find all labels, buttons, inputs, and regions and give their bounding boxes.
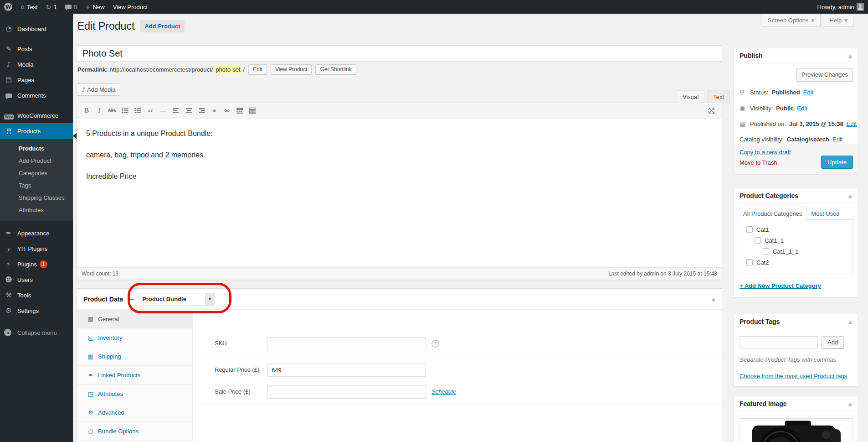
- update-button[interactable]: Update: [821, 156, 853, 169]
- new-content-link[interactable]: +New: [81, 0, 109, 14]
- strikethrough-button[interactable]: ABC: [106, 105, 118, 116]
- italic-button[interactable]: I: [93, 105, 105, 116]
- tag-input[interactable]: [740, 336, 818, 348]
- submenu-shipping-classes[interactable]: Shipping Classes: [0, 192, 73, 204]
- tab-all-categories[interactable]: All Product Categories: [739, 207, 806, 221]
- account-menu[interactable]: Howdy, admin: [813, 0, 868, 14]
- align-left-button[interactable]: [170, 105, 182, 116]
- fullscreen-button[interactable]: [705, 105, 717, 116]
- category-checkbox[interactable]: [746, 259, 753, 265]
- sidebar-item-appearance[interactable]: ✒Appearance: [0, 225, 73, 241]
- submenu-attributes[interactable]: Attributes: [0, 204, 73, 216]
- catalog-value: Catalog/search: [787, 136, 829, 143]
- sidebar-item-pages[interactable]: ▤Pages: [0, 72, 73, 88]
- edit-permalink-button[interactable]: Edit: [248, 64, 267, 74]
- numbered-list-button[interactable]: [132, 105, 144, 116]
- editor-status-bar: Word count: 13 Last edited by admin on 3…: [77, 267, 722, 280]
- admin-bar: W ⌂Test ↻1 0 +New View Product Howdy, ad…: [0, 0, 868, 14]
- remove-link-button[interactable]: ⚮: [221, 105, 233, 116]
- panel-toggle-icon[interactable]: ▲: [848, 53, 852, 59]
- category-checkbox[interactable]: [763, 248, 769, 255]
- sidebar-item-media[interactable]: ♪Media: [0, 57, 73, 72]
- product-title-input[interactable]: [77, 45, 722, 62]
- comments-link[interactable]: 0: [61, 0, 81, 14]
- tab-general[interactable]: ▦General: [77, 310, 192, 328]
- editor-content-area[interactable]: 5 Products in a unique Product Bundle: c…: [77, 119, 722, 205]
- choose-tags-link[interactable]: Choose from the most used Product tags: [740, 373, 847, 380]
- sidebar-item-woocommerce[interactable]: WooWooCommerce: [0, 108, 73, 123]
- edit-status-link[interactable]: Edit: [803, 89, 813, 96]
- align-right-button[interactable]: [195, 105, 207, 116]
- align-center-button[interactable]: [183, 105, 195, 116]
- wordpress-menu[interactable]: W: [0, 0, 16, 14]
- bold-button[interactable]: B: [81, 105, 92, 116]
- move-to-trash-link[interactable]: Move to Trash: [740, 159, 777, 166]
- submenu-products[interactable]: Products: [0, 142, 73, 155]
- insert-link-button[interactable]: ⚭: [208, 105, 220, 116]
- submenu-categories[interactable]: Categories: [0, 167, 73, 179]
- sidebar-item-products[interactable]: Products: [0, 123, 73, 139]
- sidebar-item-tools[interactable]: ⚒Tools: [0, 287, 73, 303]
- edit-catalog-link[interactable]: Edit: [832, 136, 842, 143]
- category-checkbox[interactable]: [746, 226, 753, 233]
- panel-toggle-icon[interactable]: ▲: [848, 319, 852, 325]
- panel-toggle-icon[interactable]: ▲: [712, 296, 715, 302]
- updates-link[interactable]: ↻1: [42, 0, 61, 14]
- edit-visibility-link[interactable]: Edit: [797, 105, 807, 112]
- permalink-slug[interactable]: photo-set: [215, 66, 241, 73]
- screen-options-button[interactable]: Screen Options▼: [762, 14, 821, 27]
- featured-image-thumbnail[interactable]: [740, 418, 853, 442]
- regular-price-input[interactable]: [267, 364, 426, 377]
- sku-input[interactable]: [267, 337, 426, 350]
- sidebar-item-dashboard[interactable]: ◔Dashboard: [0, 21, 73, 36]
- preview-changes-button[interactable]: Preview Changes: [796, 68, 853, 81]
- tab-bundle-options[interactable]: ○Bundle Options: [77, 422, 192, 441]
- tab-shipping[interactable]: ▥Shipping: [77, 347, 192, 366]
- panel-toggle-icon[interactable]: ▲: [848, 193, 852, 199]
- tab-text[interactable]: Text: [707, 90, 730, 103]
- add-new-category-link[interactable]: + Add New Product Category: [740, 282, 821, 289]
- product-type-select[interactable]: Product Bundle ▼: [138, 293, 215, 306]
- general-icon: ▦: [87, 316, 94, 322]
- sidebar-item-plugins[interactable]: ⚡Plugins1: [0, 256, 73, 272]
- tab-linked-products[interactable]: ⚭Linked Products: [77, 366, 192, 385]
- tab-attributes[interactable]: ◳Attributes: [77, 385, 192, 403]
- get-shortlink-button[interactable]: Get Shortlink: [315, 64, 356, 74]
- sidebar-item-posts[interactable]: ✎Posts: [0, 41, 73, 57]
- sidebar-item-yit-plugins[interactable]: yYIT Plugins: [0, 241, 73, 256]
- product-categories-box: Product Categories ▲ All Product Categor…: [734, 188, 858, 297]
- permalink-label: Permalink:: [77, 66, 108, 73]
- site-link[interactable]: ⌂Test: [16, 0, 42, 14]
- help-button[interactable]: Help▼: [824, 14, 854, 27]
- bullet-list-button[interactable]: [119, 105, 131, 116]
- view-product-button[interactable]: View Product: [271, 64, 312, 74]
- tab-inventory[interactable]: ◺Inventory: [77, 328, 192, 347]
- category-checkbox[interactable]: [755, 237, 761, 244]
- tab-visual[interactable]: Visual: [677, 90, 704, 103]
- sidebar-item-users[interactable]: ☻Users: [0, 272, 73, 287]
- collapse-menu-button[interactable]: ◂Collapse menu: [0, 325, 73, 340]
- tab-most-used[interactable]: Most Used: [806, 207, 844, 220]
- submenu-add-product[interactable]: Add Product: [0, 155, 73, 167]
- submenu-tags[interactable]: Tags: [0, 179, 73, 192]
- schedule-link[interactable]: Schedule: [431, 388, 456, 395]
- panel-toggle-icon[interactable]: ▲: [848, 401, 852, 407]
- edit-published-link[interactable]: Edit: [847, 120, 857, 127]
- sidebar-item-settings[interactable]: ⚙Settings: [0, 303, 73, 318]
- copy-to-draft-link[interactable]: Copy to a new draft: [740, 149, 791, 156]
- tab-advanced[interactable]: ⚙Advanced: [77, 403, 192, 422]
- add-product-button[interactable]: Add Product: [140, 20, 185, 32]
- editor-toolbar: B I ABC “ — ⚭ ⚮: [77, 103, 722, 119]
- add-media-button[interactable]: ♪Add Media: [77, 83, 120, 96]
- add-tag-button[interactable]: Add: [822, 336, 844, 348]
- toolbar-toggle-button[interactable]: [247, 105, 258, 116]
- view-product-link[interactable]: View Product: [109, 0, 152, 14]
- horizontal-rule-button[interactable]: —: [157, 105, 169, 116]
- sale-price-input[interactable]: [267, 385, 426, 399]
- help-tip-icon[interactable]: ?: [431, 340, 439, 348]
- product-data-title: Product Data: [83, 296, 123, 303]
- read-more-button[interactable]: [234, 105, 246, 116]
- blockquote-button[interactable]: “: [144, 105, 156, 116]
- featured-image-header: Featured Image ▲: [734, 396, 858, 411]
- sidebar-item-comments[interactable]: Comments: [0, 88, 73, 103]
